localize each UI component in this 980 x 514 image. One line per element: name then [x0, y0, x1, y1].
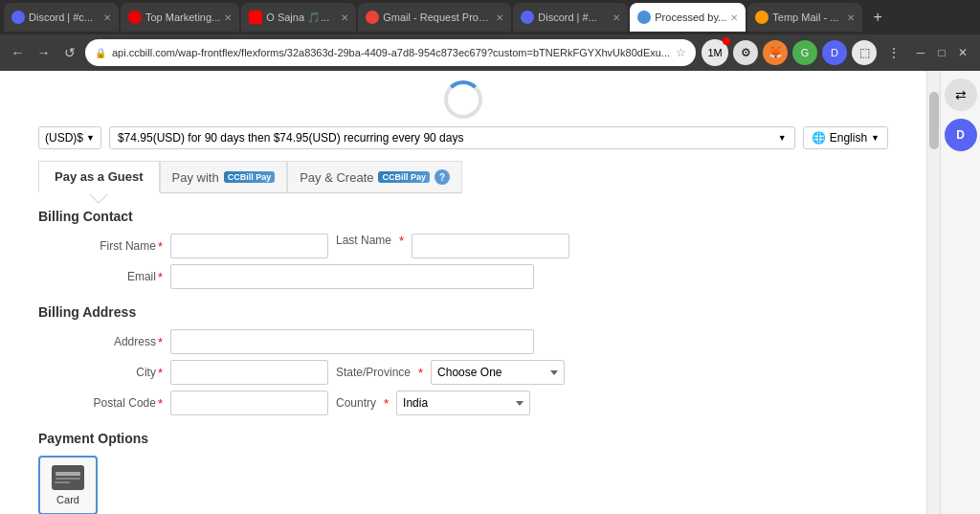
last-name-required: * — [399, 234, 404, 258]
pay-create-tab[interactable]: Pay & Create CCBill Pay ? — [287, 161, 462, 193]
city-input[interactable] — [170, 360, 328, 385]
card-strip — [56, 472, 80, 476]
help-icon[interactable]: ? — [434, 169, 450, 185]
currency-select[interactable]: (USD)$ ▼ — [38, 126, 101, 149]
language-select[interactable]: 🌐 English ▼ — [803, 126, 888, 149]
scrollbar-thumb[interactable] — [929, 92, 939, 149]
translate-btn[interactable]: ⇄ — [945, 78, 977, 111]
postal-country-row: Country * India — [170, 391, 689, 415]
address-required: * — [158, 335, 163, 349]
card-option-btn[interactable]: Card — [38, 456, 98, 514]
lang-chevron-icon: ▼ — [871, 133, 880, 143]
close-btn[interactable]: ✕ — [953, 43, 972, 62]
forward-button[interactable]: → — [33, 40, 54, 65]
tab-gmail[interactable]: Gmail - Request Prom... ✕ — [358, 3, 511, 32]
tab-tempmail[interactable]: Temp Mail - ... ✕ — [747, 3, 862, 32]
discord-sidebar-btn[interactable]: D — [945, 119, 977, 151]
tab-title: Discord | #... — [538, 11, 597, 23]
pay-guest-label: Pay as a Guest — [55, 169, 144, 184]
first-name-required: * — [158, 239, 163, 254]
first-name-input[interactable] — [170, 234, 328, 258]
discord-favicon — [11, 11, 25, 24]
card-label: Card — [56, 494, 79, 505]
extensions-panel-btn[interactable]: ⬚ — [852, 40, 877, 65]
tab-youtube[interactable]: O Sajna 🎵... ✕ — [241, 3, 356, 32]
tab-title: Temp Mail - ... — [772, 11, 838, 23]
country-required: * — [384, 396, 389, 411]
postal-label-wrapper: Postal Code * — [38, 396, 163, 411]
tab-discord-2[interactable]: Discord | #... ✕ — [513, 3, 628, 32]
discord-icon[interactable]: D — [822, 40, 847, 65]
pay-create-label: Pay & Create — [300, 170, 373, 185]
state-select[interactable]: Choose One — [431, 360, 565, 385]
maximize-btn[interactable]: □ — [932, 43, 951, 62]
ccbill-favicon — [637, 11, 651, 24]
currency-label: (USD)$ — [45, 131, 83, 145]
address-bar[interactable]: 🔒 api.ccbill.com/wap-frontflex/flexforms… — [85, 39, 696, 66]
lock-icon: 🔒 — [95, 48, 106, 58]
billing-address-form: Address * City * State/Province * Choose… — [38, 329, 689, 415]
plan-description[interactable]: $74.95(USD) for 90 days then $74.95(USD)… — [109, 126, 795, 149]
account-icon[interactable]: 🦊 — [763, 40, 788, 65]
country-label: Country — [336, 396, 376, 410]
card-line1 — [56, 478, 80, 480]
pay-with-label: Pay with — [172, 170, 219, 185]
address-label: Address — [114, 335, 156, 348]
pay-guest-tab[interactable]: Pay as a Guest — [38, 161, 160, 193]
pay-guest-wrapper: Pay as a Guest — [38, 161, 160, 193]
tab-close-1[interactable]: ✕ — [103, 12, 111, 23]
ccbill-logo-create-text: CCBill Pay — [382, 172, 426, 182]
tab-discord-1[interactable]: Discord | #c... ✕ — [4, 3, 119, 32]
address-label-wrapper: Address * — [38, 335, 163, 349]
tab-close-3[interactable]: ✕ — [341, 12, 348, 23]
tab-close-4[interactable]: ✕ — [496, 12, 503, 23]
address-input[interactable] — [170, 329, 534, 354]
plan-chevron-icon: ▼ — [778, 133, 787, 143]
notification-badge — [723, 37, 730, 45]
name-fields-row: Last Name * — [170, 234, 689, 258]
tab-topmarketing[interactable]: Top Marketing... ✕ — [121, 3, 239, 32]
minimize-btn[interactable]: ─ — [911, 43, 930, 62]
back-button[interactable]: ← — [8, 40, 28, 65]
payment-tabs: Pay as a Guest Pay with CCBill Pay Pay &… — [38, 161, 888, 193]
tab-title: O Sajna 🎵... — [266, 11, 329, 24]
tab-close-2[interactable]: ✕ — [224, 12, 232, 23]
tab-title: Discord | #c... — [29, 11, 93, 23]
tempmail-favicon — [755, 11, 768, 24]
new-tab-button[interactable]: + — [864, 4, 891, 31]
menu-btn[interactable]: ⋮ — [881, 40, 906, 65]
extensions-btn[interactable]: ⚙ — [733, 40, 758, 65]
profile-btn[interactable]: 1M — [702, 39, 728, 66]
state-required: * — [418, 366, 423, 380]
pay-with-tab[interactable]: Pay with CCBill Pay — [160, 161, 288, 193]
state-label: State/Province — [336, 366, 411, 379]
right-sidebar: ⇄ D — [940, 71, 980, 514]
first-name-label-wrapper: First Name * — [38, 239, 163, 254]
tab-ccbill[interactable]: Processed by... ✕ — [630, 3, 746, 32]
discord2-favicon — [521, 11, 534, 24]
postal-input[interactable] — [170, 391, 328, 415]
browser-chrome: Discord | #c... ✕ Top Marketing... ✕ O S… — [0, 0, 980, 71]
billing-contact-form: First Name * Last Name * Email * — [38, 234, 689, 289]
addon-icon[interactable]: G — [792, 40, 817, 65]
spinner-circle — [444, 80, 482, 119]
country-select[interactable]: India — [396, 391, 530, 415]
tab-close-7[interactable]: ✕ — [847, 12, 855, 23]
language-label: English — [830, 131, 867, 145]
ccbill-logo-text: CCBill Pay — [228, 172, 272, 182]
billing-address-section: Billing Address Address * City * State/P… — [38, 304, 888, 415]
reload-button[interactable]: ↺ — [59, 40, 79, 65]
tab-close-6[interactable]: ✕ — [730, 12, 738, 23]
page-content: (USD)$ ▼ $74.95(USD) for 90 days then $7… — [0, 71, 980, 514]
main-area: (USD)$ ▼ $74.95(USD) for 90 days then $7… — [0, 71, 926, 514]
city-label: City — [136, 366, 156, 379]
bookmark-icon[interactable]: ☆ — [676, 46, 686, 59]
postal-required: * — [158, 396, 163, 411]
last-name-input[interactable] — [412, 234, 569, 258]
email-input[interactable] — [170, 264, 534, 289]
email-required: * — [158, 270, 163, 284]
postal-label: Postal Code — [94, 396, 156, 410]
nav-bar: ← → ↺ 🔒 api.ccbill.com/wap-frontflex/fle… — [0, 34, 980, 71]
tab-close-5[interactable]: ✕ — [612, 12, 620, 23]
page-scrollbar[interactable] — [926, 71, 940, 514]
